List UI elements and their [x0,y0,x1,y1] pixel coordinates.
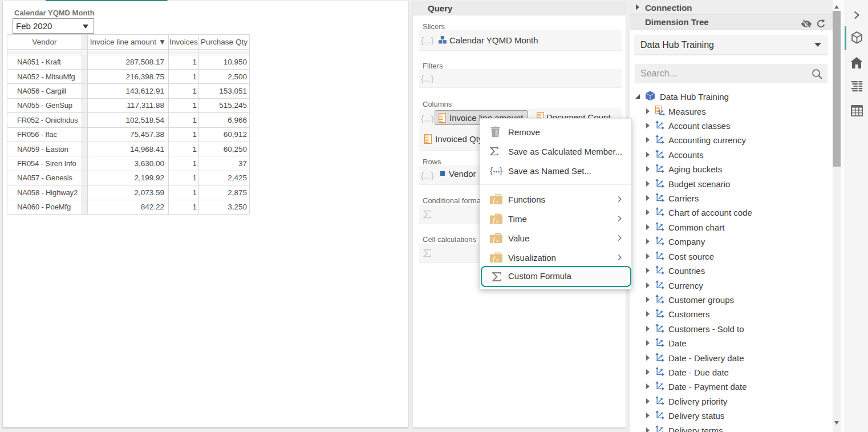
svg-text:x: x [496,199,498,204]
svg-text:{: { [490,166,493,175]
svg-text:x: x [496,237,498,243]
svg-text:x: x [496,257,498,263]
svg-text:x: x [496,218,498,224]
svg-text:}: } [500,166,502,175]
